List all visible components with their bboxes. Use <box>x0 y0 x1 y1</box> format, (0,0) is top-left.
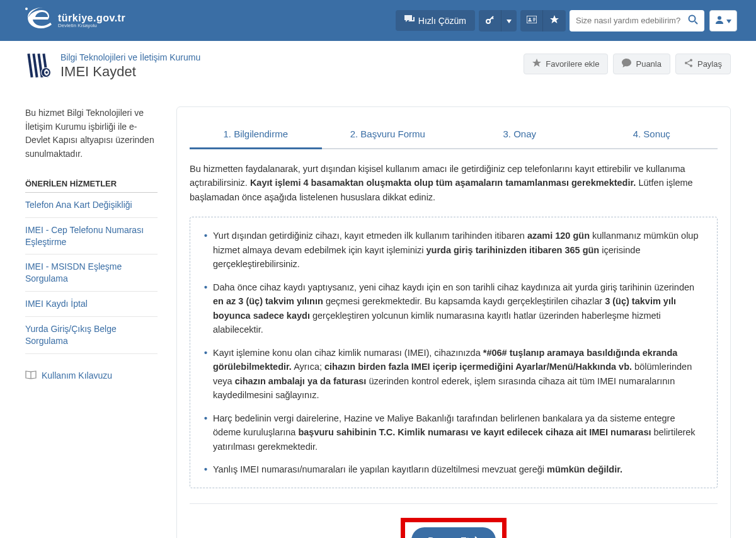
sidebar: Bu hizmet Bilgi Teknolojileri ve İletişi… <box>25 106 158 538</box>
chevron-right-icon <box>474 535 479 538</box>
head-actions: Favorilere ekle Puanla Paylaş <box>524 54 731 74</box>
sidebar-link[interactable]: IMEI - MSISDN Eşleşme Sorgulama <box>25 255 158 292</box>
intro-bold: Kayıt işlemi 4 basamaktan oluşmakta olup… <box>250 178 636 188</box>
book-icon <box>25 370 37 381</box>
sidebar-description: Bu hizmet Bilgi Teknolojileri ve İletişi… <box>25 106 158 161</box>
continue-section: Devam Et <box>190 503 718 538</box>
sidebar-link[interactable]: Telefon Ana Kart Değişikliği <box>25 193 158 218</box>
key-button[interactable] <box>479 10 501 31</box>
caret-down-icon <box>726 16 731 25</box>
step-2: 2. Başvuru Formu <box>322 120 454 148</box>
logo-e-icon <box>19 4 55 38</box>
add-favorite-button[interactable]: Favorilere ekle <box>524 54 608 74</box>
continue-button-label: Devam Et <box>428 535 469 538</box>
highlight-frame: Devam Et <box>401 518 507 538</box>
share-label: Paylaş <box>697 59 722 69</box>
info-bullet: Harç bedelinin vergi dairelerine, Hazine… <box>204 411 703 454</box>
key-icon <box>486 15 495 26</box>
site-logo[interactable]: türkiye.gov.tr Devletin Kısayolu <box>19 4 125 38</box>
quick-solution-label: Hızlı Çözüm <box>418 16 466 26</box>
page-head: Bilgi Teknolojileri ve İletişim Kurumu I… <box>25 41 731 88</box>
info-box: Yurt dışından getirdiğiniz cihazı, kayıt… <box>190 217 718 488</box>
svg-rect-7 <box>32 54 38 77</box>
content-card: 1. Bilgilendirme 2. Başvuru Formu 3. Ona… <box>176 106 731 538</box>
search-icon <box>688 14 698 26</box>
caret-down-icon <box>507 16 512 25</box>
svg-point-4 <box>689 16 696 22</box>
id-card-icon <box>527 16 537 25</box>
step-1[interactable]: 1. Bilgilendirme <box>190 120 322 148</box>
svg-point-3 <box>529 18 530 20</box>
info-bullet: Daha önce cihaz kaydı yaptıysanız, yeni … <box>204 280 703 337</box>
sidebar-link[interactable]: IMEI - Cep Telefonu Numarası Eşleştirme <box>25 218 158 255</box>
card-star-group <box>520 10 566 31</box>
quick-solution-button[interactable]: Hızlı Çözüm <box>396 10 475 31</box>
rate-button[interactable]: Puanla <box>613 54 670 74</box>
guide-link-label: Kullanım Kılavuzu <box>42 370 112 381</box>
card-button[interactable] <box>520 10 543 31</box>
sidebar-heading: ÖNERİLEN HİZMETLER <box>25 179 158 193</box>
share-icon <box>684 59 693 69</box>
favorites-button[interactable] <box>543 10 566 31</box>
institution-name: Bilgi Teknolojileri ve İletişim Kurumu <box>60 52 515 62</box>
logo-sub: Devletin Kısayolu <box>58 23 125 28</box>
star-icon <box>532 59 541 69</box>
info-bullet: Yurt dışından getirdiğiniz cihazı, kayıt… <box>204 229 703 271</box>
step-3: 3. Onay <box>454 120 586 148</box>
key-group <box>479 10 517 31</box>
info-bullet: Kayıt işlemine konu olan cihaz kimlik nu… <box>204 346 703 403</box>
search-wrap <box>570 10 704 31</box>
institution-logo <box>25 52 52 79</box>
user-icon <box>715 15 724 26</box>
main-content: 1. Bilgilendirme 2. Başvuru Formu 3. Ona… <box>176 106 731 538</box>
key-caret-button[interactable] <box>501 10 517 31</box>
step-4: 4. Sonuç <box>586 120 718 148</box>
svg-point-5 <box>718 16 721 20</box>
add-favorite-label: Favorilere ekle <box>546 59 599 69</box>
page-title: IMEI Kaydet <box>60 64 515 80</box>
search-input[interactable] <box>576 16 683 25</box>
page-container: Bilgi Teknolojileri ve İletişim Kurumu I… <box>13 41 743 538</box>
svg-rect-6 <box>27 54 33 77</box>
svg-point-0 <box>25 8 28 10</box>
search-button[interactable] <box>683 11 703 30</box>
sidebar-link[interactable]: Yurda Giriş/Çıkış Belge Sorgulama <box>25 317 158 354</box>
star-icon <box>550 15 559 26</box>
intro-text: Bu hizmetten faydalanarak, yurt dışından… <box>190 162 718 204</box>
rate-label: Puanla <box>636 59 661 69</box>
comment-icon <box>622 59 631 69</box>
share-button[interactable]: Paylaş <box>675 54 731 74</box>
wizard-steps: 1. Bilgilendirme 2. Başvuru Formu 3. Ona… <box>190 120 718 149</box>
info-bullet: Yanlış IMEI numarası/numaraları ile yapı… <box>204 462 703 476</box>
body-row: Bu hizmet Bilgi Teknolojileri ve İletişi… <box>25 88 731 538</box>
chat-icon <box>404 15 415 26</box>
user-menu-button[interactable] <box>709 10 737 31</box>
continue-button[interactable]: Devam Et <box>411 527 496 538</box>
topbar: türkiye.gov.tr Devletin Kısayolu Hızlı Ç… <box>0 0 756 41</box>
sidebar-link[interactable]: IMEI Kaydı İptal <box>25 292 158 317</box>
guide-link[interactable]: Kullanım Kılavuzu <box>25 370 112 381</box>
